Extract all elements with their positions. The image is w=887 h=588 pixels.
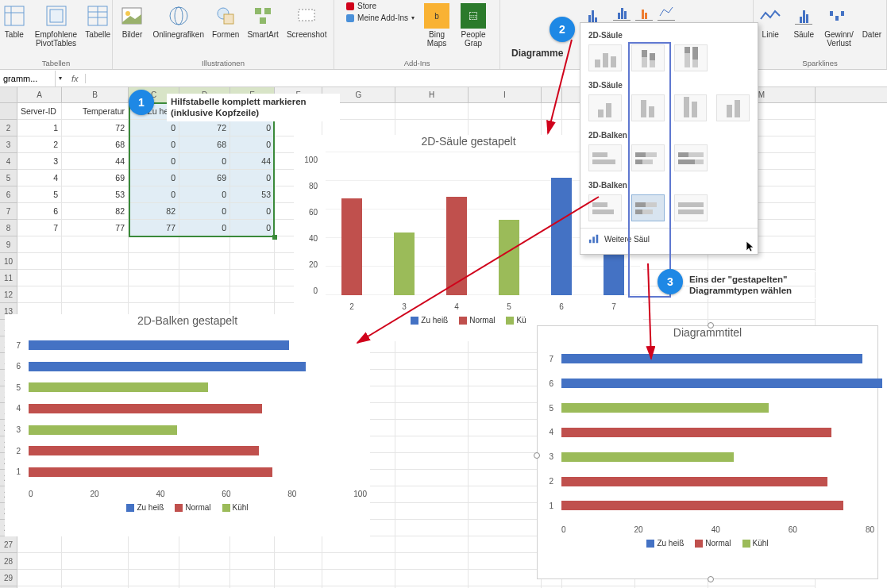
sparkline-line-button[interactable]: Linie [756, 2, 785, 40]
badge-3: 3 [658, 269, 683, 294]
people-graph-button[interactable]: ⿳PeopleGrap [459, 2, 488, 49]
more-chart-types[interactable]: Weitere Säul [580, 228, 758, 249]
col-J[interactable] [542, 87, 562, 102]
chart-type-line[interactable] [658, 3, 675, 21]
chart-thumb-3d-col-3[interactable] [674, 94, 708, 121]
chart-panel-section-3d-saeule: 3D-Säule [580, 78, 758, 91]
group-label-illustrations: Illustrationen [202, 58, 245, 69]
diagramme-label: Diagramme [511, 48, 563, 59]
svg-rect-15 [255, 8, 261, 14]
col-H[interactable]: H [395, 87, 469, 102]
svg-rect-28 [841, 11, 844, 16]
chart-legend: Zu heiß Normal Kühl [5, 503, 370, 512]
chart-panel-section-2d-saeule: 2D-Säule [580, 28, 758, 41]
chart-title: 2D-Balken gestapelt [5, 314, 370, 327]
svg-point-11 [170, 7, 187, 25]
online-graphics-button[interactable]: Onlinegrafiken [151, 2, 205, 40]
store-button[interactable]: Store [346, 2, 415, 10]
recommended-pivot-button[interactable]: EmpfohlenePivotTables [33, 2, 79, 49]
group-label-sparklines: Sparklines [802, 58, 837, 69]
table-button[interactable]: Tabelle [83, 2, 112, 40]
svg-rect-27 [835, 16, 839, 21]
svg-rect-16 [264, 8, 271, 14]
chart-type-bar[interactable] [635, 3, 653, 21]
svg-rect-30 [589, 240, 592, 243]
formula-input[interactable] [86, 71, 887, 86]
chart-thumb-3d-col-1[interactable] [588, 94, 622, 121]
svg-rect-14 [224, 14, 233, 24]
chart-legend: Zu heiß Normal Kühl [538, 539, 877, 548]
callout-3-text: Eins der "gestapelten"Diagrammtypen wähl… [685, 271, 836, 299]
chart-panel-section-3d-balken: 3D-Balken [580, 178, 758, 191]
group-label-addins: Add-Ins [404, 58, 430, 69]
callout-1-text: Hilfstabelle komplett markieren(inklusiv… [167, 94, 340, 121]
sparkline-winloss-button[interactable]: Gewinn/Verlust [823, 2, 855, 49]
my-addins-button[interactable]: Meine Add-Ins▾ [346, 13, 415, 22]
chart-2d-balken-gestapelt[interactable]: 2D-Balken gestapelt 1234567 020406080100… [5, 314, 370, 536]
svg-rect-17 [260, 17, 266, 24]
chart-thumb-3d-bar-3[interactable] [674, 194, 708, 221]
chart-title: Diagrammtitel [538, 326, 877, 339]
chart-thumb-stacked100-column[interactable] [674, 44, 708, 71]
sparkline-column-button[interactable]: Säule [789, 2, 818, 40]
cursor-icon [746, 241, 756, 252]
name-box[interactable] [0, 71, 56, 86]
svg-point-12 [175, 7, 183, 25]
svg-rect-4 [50, 10, 63, 22]
chart-type-column[interactable] [613, 3, 631, 21]
chart-thumb-3d-bar-stacked[interactable] [631, 194, 665, 221]
bing-maps-button[interactable]: bBingMaps [422, 2, 451, 49]
group-label-tabellen: Tabellen [42, 58, 70, 69]
svg-marker-29 [746, 241, 754, 252]
chart-thumb-3d-col-2[interactable] [631, 94, 665, 121]
svg-rect-32 [596, 235, 599, 244]
col-I[interactable]: I [469, 87, 542, 102]
col-A[interactable]: A [17, 87, 62, 102]
smartart-button[interactable]: SmartArt [245, 2, 280, 40]
svg-point-10 [125, 11, 130, 16]
chart-type-dropdown: 2D-Säule 3D-Säule 2D-Balken 3D-Balken We… [580, 22, 758, 255]
addins-block: Store Meine Add-Ins▾ [346, 2, 415, 22]
svg-rect-26 [830, 11, 833, 16]
pivottable-button[interactable]: Table [0, 2, 29, 40]
chart-thumb-3d-bar-1[interactable] [588, 194, 622, 221]
svg-rect-0 [5, 6, 24, 25]
col-B[interactable]: B [62, 87, 129, 102]
pictures-button[interactable]: Bilder [118, 2, 146, 40]
date-button[interactable]: Dater [860, 2, 884, 40]
chart-thumb-stacked-bar[interactable] [631, 144, 665, 171]
chart-thumb-3d-col-4[interactable] [716, 94, 750, 121]
fx-icon[interactable]: fx [65, 74, 86, 83]
svg-rect-18 [299, 10, 314, 21]
chart-panel-section-2d-balken: 2D-Balken [580, 128, 758, 141]
chart-diagrammtitel[interactable]: Diagrammtitel 1234567 020406080 Zu heiß … [537, 325, 878, 579]
chart-thumb-stacked100-bar[interactable] [674, 144, 708, 171]
shapes-button[interactable]: Formen [210, 2, 241, 40]
chart-thumb-clustered-column[interactable] [588, 44, 622, 71]
screenshot-button[interactable]: Screenshot [285, 2, 329, 40]
chart-thumb-clustered-bar[interactable] [588, 144, 622, 171]
badge-1: 1 [129, 90, 154, 115]
svg-rect-31 [592, 236, 595, 243]
badge-2: 2 [550, 17, 575, 42]
chart-thumb-stacked-column[interactable] [631, 44, 665, 71]
